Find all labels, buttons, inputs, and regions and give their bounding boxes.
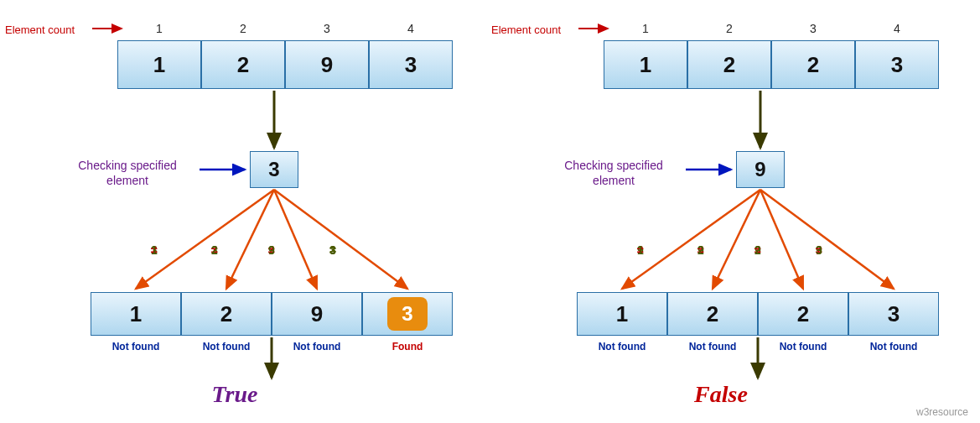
array-cell: 2 [667,292,758,336]
status-label: Not found [848,341,939,352]
bottom-array: 1 2 9 3 [91,292,453,336]
array-cell: 1 [577,292,667,336]
array-cell: 1 [117,40,201,89]
arrow-icon [622,190,760,289]
status-label: Not found [91,341,181,352]
status-label: Not found [758,341,848,352]
element-count-label: Element count [5,24,75,36]
diagram-left: Element count 1 2 3 4 1 2 9 3 Checking s… [0,0,469,423]
array-cell: 3 [848,292,939,336]
array-cell: 3 [362,292,453,336]
status-label: Not found [272,341,362,352]
diagram-right: Element count 1 2 3 4 1 2 2 3 Checking s… [486,0,956,423]
count-value: 4 [855,22,939,35]
specified-element: 3 [250,151,298,188]
checking-label: Checking specified element [60,158,194,188]
arrow-icon [136,190,274,289]
status-label: Found [362,341,453,352]
element-count-label: Element count [491,24,561,36]
array-cell: 2 [181,292,272,336]
array-cell: 1 [604,40,687,89]
arrow-icon [713,190,760,289]
status-label: Not found [181,341,272,352]
top-array: 1 2 2 3 [604,40,939,89]
status-label: Not found [577,341,667,352]
array-cell: 2 [771,40,855,89]
count-row: 1 2 3 4 [117,22,453,35]
highlighted-cell: 3 [387,297,428,331]
specified-element: 9 [736,151,785,188]
array-cell: 1 [91,292,181,336]
top-array: 1 2 9 3 [117,40,453,89]
array-cell: 9 [285,40,369,89]
count-value: 3 [771,22,855,35]
arrow-icon [226,190,274,289]
count-value: 2 [201,22,285,35]
arrow-icon [760,190,894,289]
count-value: 1 [117,22,201,35]
bottom-array: 1 2 2 3 [577,292,939,336]
array-cell: 9 [272,292,362,336]
array-cell: 2 [758,292,848,336]
arrow-icon [274,190,407,289]
result-true: True [0,381,469,408]
watermark: w3resource [916,406,968,418]
arrow-icon [760,190,803,289]
array-cell: 3 [855,40,939,89]
array-cell: 2 [687,40,771,89]
arrow-icon [274,190,317,289]
count-value: 1 [604,22,687,35]
count-row: 1 2 3 4 [604,22,939,35]
array-cell: 3 [369,40,453,89]
count-value: 4 [369,22,453,35]
count-value: 3 [285,22,369,35]
result-false: False [486,381,956,408]
status-row: Not found Not found Not found Found [91,341,453,352]
count-value: 2 [687,22,771,35]
status-label: Not found [667,341,758,352]
array-cell: 2 [201,40,285,89]
checking-label: Checking specified element [547,158,681,188]
status-row: Not found Not found Not found Not found [577,341,939,352]
